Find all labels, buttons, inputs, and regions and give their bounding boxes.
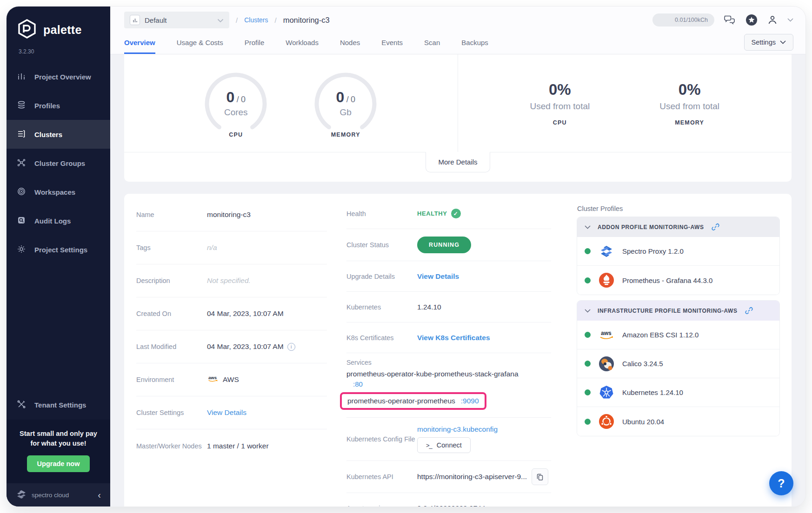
network-icon [17,158,26,169]
environment-value: AWS [223,375,239,384]
infrastructure-profile-header[interactable]: INFRASTRUCTURE PROFILE MONITORING-AWS [577,301,779,321]
annotation-highlight-box: prometheus-operator-prometheus :9090 [340,392,486,410]
grafana-service-port-link[interactable]: :80 [353,380,363,388]
profile-pack-row[interactable]: Ubuntu 20.04 [577,407,779,436]
sidebar-item-clusters[interactable]: Clusters [7,120,110,149]
tags-value: n/a [207,243,217,252]
breadcrumb-clusters-link[interactable]: Clusters [244,16,268,24]
connect-button[interactable]: >_ Connect [417,437,471,453]
user-menu-chevron-icon[interactable] [787,18,793,22]
brand-logo-row: palette [7,7,110,43]
spectro-proxy-icon [598,243,615,260]
profile-pack-row[interactable]: Kubernetes 1.24.10 [577,378,779,407]
more-details-button[interactable]: More Details [426,152,490,172]
tab-nodes[interactable]: Nodes [340,39,360,54]
project-selector[interactable]: Default [124,12,229,28]
cpu-unit: Cores [200,107,271,118]
user-account-icon[interactable] [767,14,778,26]
infrastructure-profile-group: INFRASTRUCTURE PROFILE MONITORING-AWS [577,301,779,436]
detail-label: Name [136,211,207,218]
detail-label: Description [136,277,207,284]
link-icon [711,223,720,231]
running-status-badge[interactable]: RUNNING [417,237,471,253]
collapse-sidebar-chevron[interactable]: ‹ [98,490,101,500]
feedback-chat-icon[interactable] [724,14,736,26]
memory-gauge: 0 / 0 Gb MEMORY [310,68,381,138]
status-row-api: Kubernetes API https://monitoring-c3-api… [346,461,551,493]
status-label: Agent version [346,505,417,507]
usage-overview-card: 0 / 0 Cores CPU [124,54,792,182]
profile-pack-row[interactable]: aws Amazon EBS CSI 1.12.0 [577,321,779,349]
info-icon[interactable]: i [287,343,295,351]
status-label: Kubernetes API [346,473,417,480]
agent-version-value: 3.2.4/20230223.0744 [417,504,486,507]
tab-profile[interactable]: Profile [245,39,265,54]
memory-total-value: 0 [351,95,355,104]
cpu-used-value: 0 [226,89,234,105]
tab-usage-costs[interactable]: Usage & Costs [177,39,223,54]
profile-pack-row[interactable]: Spectro Proxy 1.2.0 [577,237,779,266]
sidebar-item-cluster-groups[interactable]: Cluster Groups [7,149,110,178]
status-label: Kubernetes Config File [346,435,417,443]
bar-chart-icon [17,72,26,82]
health-value: HEALTHY [417,210,447,217]
memory-used-value: 0 [336,89,344,105]
cpu-percent-caption: Used from total [530,101,590,112]
sidebar-item-label: Cluster Groups [34,159,85,167]
tab-backups[interactable]: Backups [461,39,488,54]
sidebar-item-project-settings[interactable]: Project Settings [7,235,110,264]
help-button[interactable]: ? [769,471,793,495]
pack-status-dot [585,332,591,338]
sidebar-item-audit-logs[interactable]: Audit Logs [7,206,110,235]
memory-unit: Gb [310,107,381,118]
app-window: palette 3.2.30 Project Overview Profiles [7,7,805,506]
sidebar-item-label: Workspaces [34,188,75,196]
sidebar-item-project-overview[interactable]: Project Overview [7,62,110,91]
kubeconfig-download-link[interactable]: monitoring-c3.kubeconfig [417,425,498,434]
breadcrumb-separator: / [236,16,238,24]
detail-row-name: Name monitoring-c3 [136,198,327,231]
layers-icon [17,100,26,111]
link-icon [745,306,753,315]
prometheus-service-port-link[interactable]: :9090 [461,397,479,405]
settings-button[interactable]: Settings [744,34,793,51]
pack-name: Ubuntu 20.04 [622,418,664,426]
status-label: Cluster Status [346,241,417,249]
sidebar-footer: spectro cloud ‹ [7,483,110,506]
tab-scan[interactable]: Scan [424,39,440,54]
addon-profile-header[interactable]: ADDON PROFILE MONITORING-AWS [577,217,779,237]
project-selector-value: Default [145,16,167,24]
memory-gauge-label: MEMORY [310,132,381,138]
sidebar-item-tenant-settings[interactable]: Tenant Settings [7,391,110,420]
sidebar-item-label: Clusters [34,131,62,138]
view-k8s-certificates-link[interactable]: View K8s Certificates [417,334,490,342]
detail-row-cluster-settings: Cluster Settings View Details [136,396,327,429]
prometheus-service-name: prometheus-operator-prometheus [347,397,455,405]
sidebar-item-workspaces[interactable]: Workspaces [7,178,110,206]
cluster-settings-view-details-link[interactable]: View Details [207,408,246,417]
gear-icon [17,244,26,255]
profile-pack-row[interactable]: Prometheus - Grafana 44.3.0 [577,266,779,295]
sidebar-item-profiles[interactable]: Profiles [7,91,110,120]
tab-overview[interactable]: Overview [124,39,155,54]
chevron-down-icon [780,40,786,44]
connect-button-label: Connect [437,441,462,449]
copy-api-url-button[interactable] [532,468,548,485]
detail-label: Master/Worker Nodes [136,442,207,450]
pack-name: Prometheus - Grafana 44.3.0 [622,276,712,284]
pack-status-dot [585,389,591,395]
profile-pack-row[interactable]: Calico 3.24.5 [577,349,779,378]
upgrade-view-details-link[interactable]: View Details [417,272,459,281]
sidebar: palette 3.2.30 Project Overview Profiles [7,7,110,506]
tab-workloads[interactable]: Workloads [286,39,319,54]
kubernetes-api-url: https://monitoring-c3-apiserver-9... [417,473,527,481]
services-section: Services prometheus-operator-kube-promet… [346,353,551,418]
svg-text:aws: aws [601,330,612,336]
project-scope-icon [130,15,140,25]
cluster-profiles-title: Cluster Profiles [577,205,779,212]
whats-new-star-icon[interactable] [745,14,758,26]
tab-events[interactable]: Events [381,39,403,54]
pack-name: Kubernetes 1.24.10 [622,388,683,396]
upgrade-now-button[interactable]: Upgrade now [27,455,90,472]
status-label: K8s Certificates [346,334,417,342]
